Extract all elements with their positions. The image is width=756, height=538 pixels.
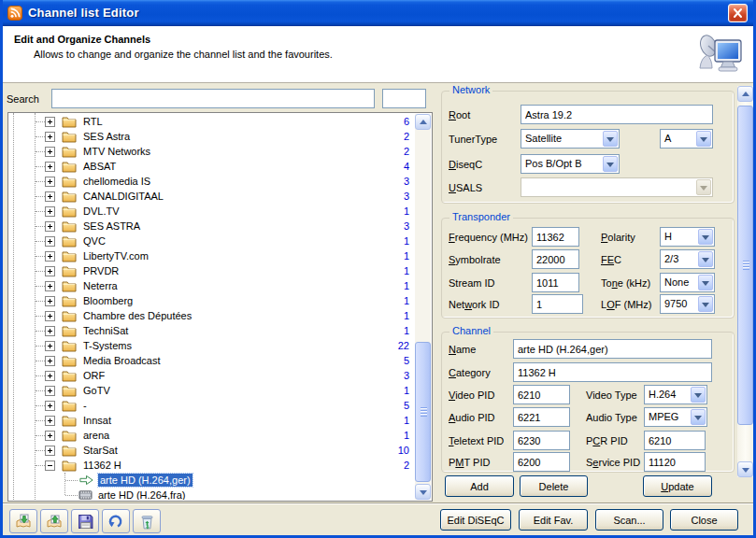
tree-item[interactable]: ABSAT 4 — [9, 159, 415, 174]
fec-select[interactable]: 2/3 — [660, 249, 715, 269]
expand-toggle-icon[interactable] — [45, 266, 55, 276]
stream-id-input[interactable] — [532, 273, 579, 292]
expand-toggle-icon[interactable] — [45, 147, 55, 157]
expand-toggle-icon[interactable] — [45, 296, 55, 306]
video-type-select[interactable]: H.264 — [644, 385, 707, 404]
network-id-input[interactable] — [532, 294, 583, 314]
titlebar[interactable]: Channel list Editor — [0, 0, 756, 26]
search-input[interactable] — [51, 89, 375, 108]
polarity-select[interactable]: H — [660, 227, 715, 247]
save-button[interactable] — [71, 509, 99, 533]
expand-toggle-icon[interactable] — [45, 311, 55, 321]
tree-item[interactable]: StarSat 10 — [9, 443, 415, 458]
expand-toggle-icon[interactable] — [45, 431, 55, 441]
symbolrate-input[interactable] — [532, 249, 579, 269]
audio-type-select[interactable]: MPEG — [644, 407, 707, 427]
add-button[interactable]: Add — [445, 475, 514, 497]
tree-item[interactable]: 11362 H 2 — [9, 458, 415, 473]
chevron-down-icon[interactable] — [603, 156, 618, 172]
expand-toggle-icon[interactable] — [45, 341, 55, 351]
export-channel-list-button[interactable] — [40, 509, 68, 533]
tree-item[interactable]: LibertyTV.com 1 — [9, 248, 415, 263]
expand-toggle-icon[interactable] — [45, 460, 55, 471]
tree-item[interactable]: TechniSat 1 — [9, 323, 415, 338]
channel-tree[interactable]: RTL 6 — [7, 112, 433, 502]
chevron-down-icon[interactable] — [698, 275, 713, 290]
tree-item[interactable]: CANALDIGITAAL 3 — [9, 189, 415, 204]
expand-toggle-icon[interactable] — [45, 371, 55, 381]
expand-toggle-icon[interactable] — [45, 446, 55, 456]
tree-item[interactable]: Chambre des Députées 1 — [9, 308, 415, 323]
lof-select[interactable]: 9750 — [660, 294, 715, 314]
tree-item[interactable]: arte HD (H.264,ger) — [9, 473, 415, 488]
tree-scrollbar-thumb[interactable] — [415, 342, 431, 482]
expand-toggle-icon[interactable] — [45, 221, 55, 232]
expand-toggle-icon[interactable] — [45, 132, 55, 142]
video-pid-input[interactable] — [513, 385, 570, 404]
expand-toggle-icon[interactable] — [45, 281, 55, 291]
expand-toggle-icon[interactable] — [45, 416, 55, 426]
expand-toggle-icon[interactable] — [45, 206, 55, 217]
tree-item[interactable]: RTL 6 — [9, 114, 415, 129]
tree-item[interactable]: arena 1 — [9, 428, 415, 443]
chevron-down-icon[interactable] — [698, 251, 713, 267]
undo-button[interactable] — [102, 509, 130, 533]
scroll-up-icon[interactable] — [415, 114, 431, 130]
search-result-box[interactable] — [382, 89, 426, 108]
chevron-down-icon[interactable] — [698, 229, 713, 245]
tree-item[interactable]: PRVDR 1 — [9, 263, 415, 278]
tuner-group-select[interactable]: A — [660, 129, 713, 149]
audio-pid-input[interactable] — [513, 407, 570, 427]
tree-scrollbar[interactable] — [415, 114, 431, 500]
tree-item[interactable]: ORF 3 — [9, 368, 415, 383]
tree-item[interactable]: T-Systems 22 — [9, 338, 415, 353]
tunertype-select[interactable]: Satellite — [521, 129, 620, 149]
tree-item[interactable]: SES Astra 2 — [9, 129, 415, 144]
panel-scrollbar[interactable] — [737, 86, 753, 477]
name-input[interactable] — [513, 339, 712, 359]
chevron-down-icon[interactable] — [691, 387, 706, 403]
diseqc-select[interactable]: Pos B/Opt B — [521, 154, 620, 174]
scroll-down-icon[interactable] — [415, 484, 431, 500]
chevron-down-icon[interactable] — [698, 296, 713, 312]
tree-item[interactable]: Neterra 1 — [9, 278, 415, 293]
tree-item[interactable]: MTV Networks 2 — [9, 144, 415, 159]
chevron-down-icon[interactable] — [696, 131, 711, 147]
expand-toggle-icon[interactable] — [45, 386, 55, 396]
category-input[interactable] — [513, 362, 712, 382]
expand-toggle-icon[interactable] — [45, 251, 55, 262]
expand-toggle-icon[interactable] — [45, 117, 55, 127]
tree-item[interactable]: GoTV 1 — [9, 383, 415, 398]
pmt-pid-input[interactable] — [513, 452, 570, 472]
tree-item[interactable]: DVL.TV 1 — [9, 204, 415, 219]
tree-item[interactable]: arte HD (H.264,fra) — [9, 488, 415, 500]
update-button[interactable]: Update — [643, 475, 712, 497]
frequency-input[interactable] — [532, 227, 579, 247]
tree-item[interactable]: - 5 — [9, 398, 415, 413]
tree-item[interactable]: chellomedia IS 3 — [9, 174, 415, 189]
scroll-down-icon[interactable] — [737, 461, 753, 477]
close-dialog-button[interactable]: Close — [670, 509, 738, 531]
tree-item[interactable]: QVC 1 — [9, 234, 415, 248]
scroll-up-icon[interactable] — [737, 86, 753, 102]
panel-scrollbar-thumb[interactable] — [737, 106, 753, 425]
import-channel-list-button[interactable] — [9, 509, 37, 533]
edit-favourites-button[interactable]: Edit Fav. — [519, 509, 588, 531]
expand-toggle-icon[interactable] — [45, 401, 55, 411]
tree-item[interactable]: Bloomberg 1 — [9, 293, 415, 308]
tone-select[interactable]: None — [660, 273, 715, 292]
tree-item[interactable]: SES ASTRA 3 — [9, 219, 415, 234]
tree-item[interactable]: Innsat 1 — [9, 413, 415, 428]
expand-toggle-icon[interactable] — [45, 356, 55, 366]
close-button[interactable] — [728, 4, 748, 22]
chevron-down-icon[interactable] — [603, 131, 618, 147]
scan-button[interactable]: Scan... — [595, 509, 663, 531]
teletext-pid-input[interactable] — [513, 431, 570, 450]
tree-item[interactable]: Media Broadcast 5 — [9, 353, 415, 368]
service-pid-input[interactable] — [644, 452, 706, 472]
expand-toggle-icon[interactable] — [45, 177, 55, 187]
pcr-pid-input[interactable] — [644, 431, 706, 450]
root-input[interactable] — [521, 105, 713, 124]
empty-trash-button[interactable] — [133, 509, 161, 533]
expand-toggle-icon[interactable] — [45, 326, 55, 336]
